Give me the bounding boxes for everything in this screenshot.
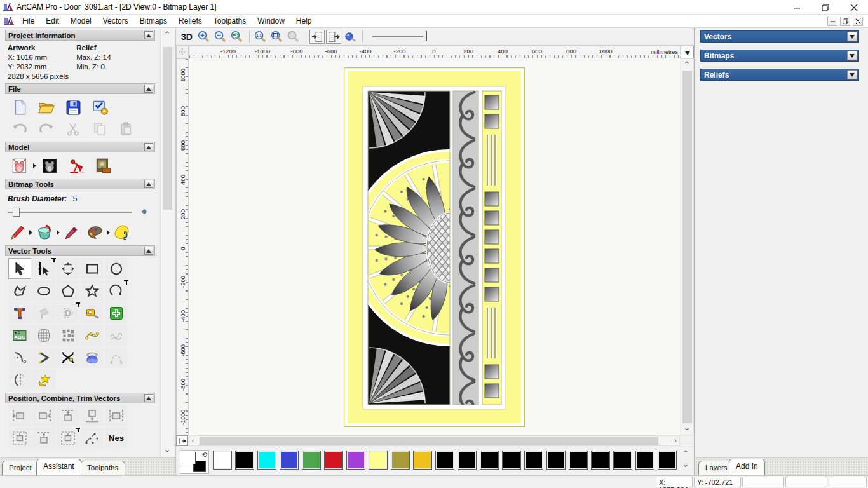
join-vectors-icon[interactable]: [32, 347, 55, 368]
brush-diameter-slider[interactable]: [8, 208, 132, 217]
wrap-vectors-icon[interactable]: [32, 302, 55, 323]
primary-colour-swatch[interactable]: [182, 452, 196, 464]
3d-view-button[interactable]: 3D: [181, 32, 193, 42]
minimize-button[interactable]: [782, 0, 811, 15]
mdi-close-button[interactable]: [853, 17, 863, 26]
zoom-slider[interactable]: [372, 31, 431, 43]
new-file-icon[interactable]: [9, 98, 31, 117]
assistant-panel-scrollbar[interactable]: ⌃ ⌄: [160, 28, 174, 458]
close-button[interactable]: [839, 0, 868, 15]
scrollbar-thumb[interactable]: [682, 71, 692, 423]
scroll-left-icon[interactable]: ‹: [192, 437, 194, 445]
primary-secondary-colour[interactable]: ⟲: [180, 450, 209, 474]
paint-brush-icon[interactable]: [9, 223, 27, 242]
scroll-down-icon[interactable]: ⌄: [682, 423, 692, 433]
collapse-button[interactable]: [144, 180, 153, 188]
set-model-size-icon[interactable]: [9, 156, 31, 175]
align-right-icon[interactable]: [32, 405, 55, 426]
scroll-up-icon[interactable]: ⌃: [162, 30, 172, 41]
menu-edit[interactable]: Edit: [40, 15, 65, 27]
flyout-arrow-icon[interactable]: [29, 230, 32, 235]
arc-text-icon[interactable]: [8, 325, 31, 346]
model-properties-icon[interactable]: [89, 98, 111, 117]
colour-swatch[interactable]: [502, 451, 521, 470]
flyout-arrow-icon[interactable]: [33, 163, 36, 168]
trim-vectors-icon[interactable]: [57, 347, 79, 368]
colour-swatch[interactable]: [458, 451, 477, 470]
colour-swatch[interactable]: [280, 451, 299, 470]
scrollbar-thumb[interactable]: [163, 47, 172, 210]
redo-icon[interactable]: [36, 119, 57, 139]
paste-icon[interactable]: [116, 119, 137, 139]
save-icon[interactable]: [62, 98, 84, 117]
collapse-button[interactable]: [144, 85, 153, 93]
snap-right-icon[interactable]: [326, 30, 341, 44]
colour-swatch[interactable]: [658, 451, 677, 470]
menu-toolpaths[interactable]: Toolpaths: [208, 15, 252, 27]
fit-curves-icon[interactable]: [81, 325, 104, 346]
create-circle-icon[interactable]: [105, 258, 128, 279]
tab-add-in[interactable]: Add In: [729, 459, 765, 475]
mdi-minimize-button[interactable]: [827, 17, 837, 26]
align-top-icon[interactable]: [57, 405, 79, 426]
create-fillet-icon[interactable]: [81, 347, 104, 368]
zoom-object-icon[interactable]: [286, 30, 301, 44]
nesting-icon[interactable]: Nes: [105, 428, 128, 449]
paste-center-icon[interactable]: [57, 428, 79, 449]
menu-vectors[interactable]: Vectors: [97, 15, 134, 27]
transform-vectors-icon[interactable]: [57, 258, 79, 279]
flyout-arrow-icon[interactable]: [57, 230, 60, 235]
select-tool-icon[interactable]: [8, 258, 31, 279]
restore-button[interactable]: [811, 0, 839, 15]
create-arc-icon[interactable]: [105, 280, 128, 301]
merge-vectors-icon[interactable]: [105, 302, 128, 323]
align-left-icon[interactable]: [8, 405, 31, 426]
preview-icon[interactable]: [342, 30, 358, 44]
envelope-distort-icon[interactable]: [32, 325, 55, 346]
scroll-down-icon[interactable]: ⌄: [681, 460, 691, 470]
colour-swatch[interactable]: [257, 451, 276, 470]
colour-swatch[interactable]: [391, 451, 410, 470]
flyout-arrow-icon[interactable]: [107, 230, 110, 235]
tab-assistant[interactable]: Assistant: [36, 459, 81, 475]
section-profile-icon[interactable]: [8, 347, 31, 368]
invert-model-icon[interactable]: [39, 156, 60, 175]
colour-swatch[interactable]: [435, 451, 454, 470]
center-in-page-icon[interactable]: [8, 428, 31, 449]
pick-colour-icon[interactable]: [62, 223, 80, 242]
create-polygon-icon[interactable]: [57, 280, 79, 301]
bitmap-to-vector-icon[interactable]: [112, 223, 132, 242]
expand-button[interactable]: [847, 32, 857, 41]
scroll-up-icon[interactable]: ⌃: [681, 449, 691, 459]
colour-swatch[interactable]: [613, 451, 632, 470]
tab-project[interactable]: Project: [2, 461, 39, 475]
menu-help[interactable]: Help: [290, 15, 318, 27]
create-text-icon[interactable]: [8, 302, 31, 323]
colour-swatch[interactable]: [413, 451, 432, 470]
mirror-vectors-icon[interactable]: [8, 369, 31, 390]
tab-toolpaths[interactable]: Toolpaths: [80, 461, 125, 475]
snap-left-icon[interactable]: [309, 30, 325, 44]
colour-swatch[interactable]: [546, 451, 566, 470]
menu-file[interactable]: File: [17, 15, 40, 27]
scatter-copies-icon[interactable]: [81, 428, 104, 449]
menu-reliefs[interactable]: Reliefs: [173, 15, 208, 27]
scroll-down-icon[interactable]: ⌄: [162, 445, 172, 455]
menu-model[interactable]: Model: [65, 15, 97, 27]
edit-colours-icon[interactable]: [85, 223, 104, 242]
pan-mode-button[interactable]: [176, 435, 188, 446]
collapse-button[interactable]: [144, 394, 153, 402]
scrollbar-thumb[interactable]: [200, 437, 658, 445]
colour-swatch[interactable]: [235, 451, 254, 470]
vector-wizard-icon[interactable]: [32, 369, 55, 390]
zoom-fit-icon[interactable]: [269, 30, 285, 44]
collapse-button[interactable]: [144, 143, 153, 151]
scroll-up-icon[interactable]: ⌃: [682, 60, 692, 71]
colour-swatch[interactable]: [591, 451, 610, 470]
colour-swatch[interactable]: [213, 451, 232, 470]
collapse-button[interactable]: [144, 247, 153, 255]
zoom-1to1-icon[interactable]: [253, 30, 268, 44]
block-copy-icon[interactable]: [57, 325, 79, 346]
center-horizontal-icon[interactable]: [105, 405, 128, 426]
expand-button[interactable]: [847, 51, 857, 60]
